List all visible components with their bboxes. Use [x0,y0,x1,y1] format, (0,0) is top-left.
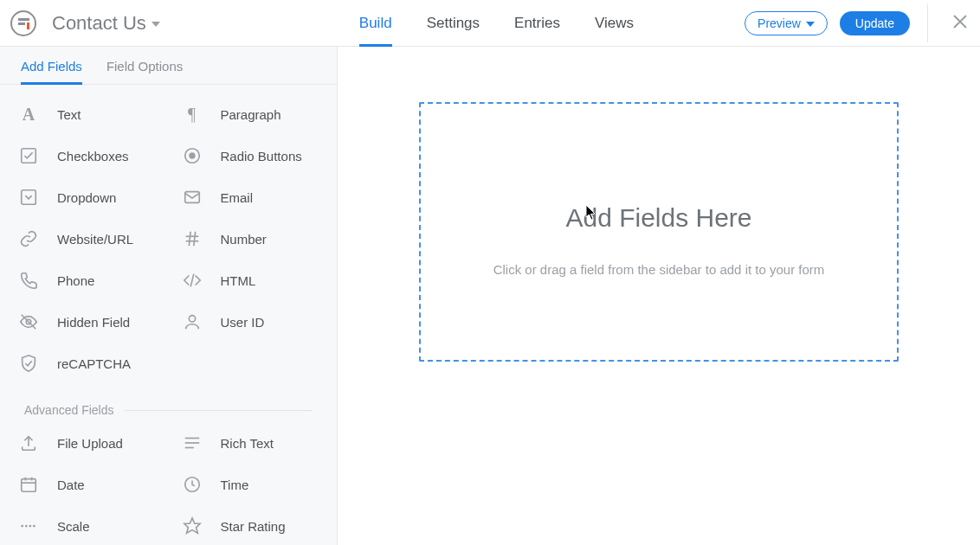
field-label: Email [221,190,254,205]
sidebar-tabs: Add Fields Field Options [0,47,337,85]
hash-icon [181,228,203,250]
star-icon [181,515,203,537]
field-label: Phone [57,273,94,288]
user-icon [181,311,203,333]
calendar-icon [17,473,40,496]
divider [927,4,928,42]
phone-icon [17,269,40,292]
svg-line-7 [189,232,190,247]
preview-label: Preview [758,16,801,30]
svg-point-12 [189,316,195,322]
field-url[interactable]: Website/URL [5,218,169,260]
svg-point-25 [33,525,35,528]
field-label: Radio Buttons [221,149,302,164]
field-label: Hidden Field [57,315,130,330]
tab-build[interactable]: Build [359,0,392,46]
svg-line-9 [190,274,194,287]
field-date[interactable]: Date [5,464,169,505]
svg-point-2 [189,152,195,158]
caret-down-icon [806,22,815,27]
preview-button[interactable]: Preview [745,11,828,35]
main-tabs: Build Settings Entries Views [359,0,634,46]
field-file-upload[interactable]: File Upload [5,422,169,464]
field-label: Scale [57,519,90,534]
field-phone[interactable]: Phone [5,260,169,301]
field-label: Star Rating [221,519,286,534]
dropzone[interactable]: Add Fields Here Click or drag a field fr… [419,102,899,362]
scale-icon [17,515,40,537]
email-icon [181,186,203,208]
field-grid: A Text ¶ Paragraph Checkboxes Radio Butt… [0,85,337,545]
caret-down-icon [152,22,160,27]
field-dropdown[interactable]: Dropdown [5,176,169,218]
top-bar: Contact Us Build Settings Entries Views … [0,0,980,47]
svg-line-8 [193,232,195,247]
checkbox-icon [17,144,40,167]
close-icon [952,14,968,29]
field-star-rating[interactable]: Star Rating [169,505,332,545]
app-logo-icon [10,10,36,36]
svg-rect-3 [22,190,36,205]
field-label: Number [221,232,267,247]
dropdown-icon [17,186,40,208]
field-label: File Upload [57,436,123,451]
upload-icon [17,432,40,454]
field-userid[interactable]: User ID [169,301,332,343]
form-canvas: Add Fields Here Click or drag a field fr… [338,47,980,545]
field-hidden[interactable]: Hidden Field [5,301,169,343]
tab-views[interactable]: Views [595,0,634,46]
field-html[interactable]: HTML [169,260,332,301]
field-email[interactable]: Email [169,176,332,218]
svg-point-23 [25,525,28,528]
field-label: User ID [221,315,265,330]
field-label: Website/URL [57,232,133,247]
field-label: reCAPTCHA [57,356,131,371]
field-recaptcha[interactable]: reCAPTCHA [5,343,332,384]
field-label: Paragraph [221,107,281,122]
form-title-text: Contact Us [52,12,146,35]
dropzone-title: Add Fields Here [565,203,751,233]
text-icon: A [17,103,40,125]
dropzone-hint: Click or drag a field from the sidebar t… [493,262,825,277]
tab-entries[interactable]: Entries [514,0,560,46]
field-text[interactable]: A Text [5,93,169,135]
field-number[interactable]: Number [169,218,332,260]
field-label: Date [57,478,85,492]
clock-icon [181,473,203,496]
field-label: HTML [221,273,256,288]
sidebar-tab-field-options[interactable]: Field Options [106,59,183,84]
shield-icon [17,352,40,375]
radio-icon [181,144,203,167]
field-label: Dropdown [57,190,116,205]
field-radio[interactable]: Radio Buttons [169,135,332,176]
form-title-dropdown[interactable]: Contact Us [52,12,160,35]
eye-off-icon [17,311,40,333]
svg-marker-26 [184,518,199,533]
sidebar-tab-add-fields[interactable]: Add Fields [21,59,82,84]
svg-point-24 [29,525,31,528]
code-icon [181,269,203,292]
paragraph-icon: ¶ [181,103,203,125]
link-icon [17,228,40,250]
field-label: Rich Text [221,436,274,451]
field-time[interactable]: Time [169,464,332,505]
sidebar: Add Fields Field Options A Text ¶ Paragr… [0,47,338,545]
svg-rect-17 [22,479,36,492]
richtext-icon [181,432,203,454]
tab-settings[interactable]: Settings [427,0,480,46]
field-label: Checkboxes [57,149,129,164]
field-label: Text [57,107,81,122]
advanced-fields-header: Advanced Fields [5,389,332,422]
field-label: Time [221,478,249,492]
field-rich-text[interactable]: Rich Text [169,422,332,464]
field-paragraph[interactable]: ¶ Paragraph [169,93,332,135]
svg-point-22 [21,525,23,528]
field-scale[interactable]: Scale [5,505,169,545]
close-button[interactable] [952,14,968,32]
field-checkboxes[interactable]: Checkboxes [5,135,169,176]
update-button[interactable]: Update [840,11,910,35]
